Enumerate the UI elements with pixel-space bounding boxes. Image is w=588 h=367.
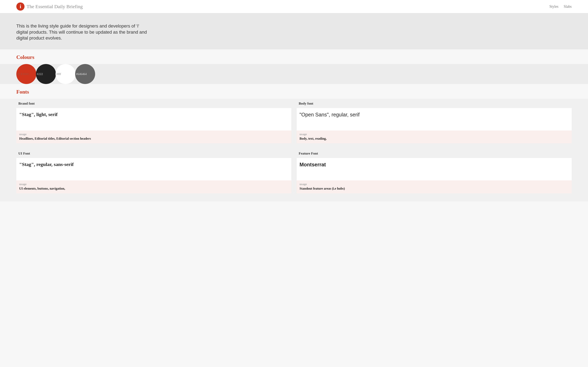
font-card-ui: UI Font "Stag", regular, sans-serif usag… bbox=[16, 149, 291, 193]
font-label: Brand font bbox=[16, 99, 291, 108]
header-brand: i The Essential Daily Briefing bbox=[16, 2, 83, 11]
logo-letter: i bbox=[20, 4, 21, 9]
colour-swatch: #fff bbox=[56, 64, 76, 84]
usage-label: usage bbox=[300, 133, 569, 136]
font-card-body: Body font "Open Sans", regular, serif us… bbox=[297, 99, 572, 143]
font-sample-text: Montserrat bbox=[300, 162, 569, 167]
usage-text: Body, text, reading, bbox=[300, 137, 569, 141]
section-header-colours: Colours bbox=[0, 49, 588, 64]
brand-title: The Essential Daily Briefing bbox=[26, 4, 83, 9]
site-header: i The Essential Daily Briefing Styles Sl… bbox=[0, 0, 588, 13]
font-card-brand: Brand font "Stag", light, serif usage He… bbox=[16, 99, 291, 143]
font-sample-text: "Stag", regular, sans-serif bbox=[19, 162, 288, 167]
swatch-hex: #222 bbox=[37, 72, 43, 76]
swatch-hex: #fff bbox=[56, 72, 61, 76]
swatch-hex: #646464 bbox=[76, 72, 87, 76]
font-usage: usage Standout feature areas (i.e hubs) bbox=[297, 180, 572, 193]
font-sample: "Stag", light, serif bbox=[16, 108, 291, 131]
usage-label: usage bbox=[19, 133, 288, 136]
font-sample: "Stag", regular, sans-serif bbox=[16, 158, 291, 180]
font-label: Feature Font bbox=[297, 149, 572, 158]
fonts-title: Fonts bbox=[16, 89, 572, 95]
colours-row: #CF351C #222 #fff #646464 bbox=[0, 64, 588, 84]
nav-slabs[interactable]: Slabs bbox=[564, 4, 572, 9]
usage-label: usage bbox=[19, 183, 288, 186]
font-usage: usage Headlines, Editorial titles, Edito… bbox=[16, 131, 291, 143]
font-label: UI Font bbox=[16, 149, 291, 158]
section-header-fonts: Fonts bbox=[0, 84, 588, 99]
font-sample-text: "Open Sans", regular, serif bbox=[300, 112, 569, 118]
font-usage: usage Body, text, reading, bbox=[297, 131, 572, 143]
font-card-feature: Feature Font Montserrat usage Standout f… bbox=[297, 149, 572, 193]
swatch-hex: #CF351C bbox=[17, 72, 30, 76]
intro-section: This is the living style guide for desig… bbox=[0, 13, 588, 49]
colour-swatch: #CF351C bbox=[16, 64, 36, 84]
colour-swatch: #646464 bbox=[75, 64, 95, 84]
font-sample: Montserrat bbox=[297, 158, 572, 180]
fonts-grid: Brand font "Stag", light, serif usage He… bbox=[0, 99, 588, 201]
usage-text: Headlines, Editorial titles, Editorial s… bbox=[19, 137, 288, 141]
intro-text: This is the living style guide for desig… bbox=[16, 23, 147, 41]
font-usage: usage UI elements, buttons, navigation, bbox=[16, 180, 291, 193]
colours-title: Colours bbox=[16, 54, 572, 60]
usage-text: UI elements, buttons, navigation, bbox=[19, 187, 288, 191]
logo-icon[interactable]: i bbox=[16, 2, 25, 11]
font-sample: "Open Sans", regular, serif bbox=[297, 108, 572, 131]
usage-label: usage bbox=[300, 183, 569, 186]
nav-styles[interactable]: Styles bbox=[549, 4, 558, 9]
font-label: Body font bbox=[297, 99, 572, 108]
usage-text: Standout feature areas (i.e hubs) bbox=[300, 187, 569, 191]
colour-swatch: #222 bbox=[36, 64, 56, 84]
font-sample-text: "Stag", light, serif bbox=[19, 112, 288, 117]
main-nav: Styles Slabs bbox=[549, 4, 572, 9]
